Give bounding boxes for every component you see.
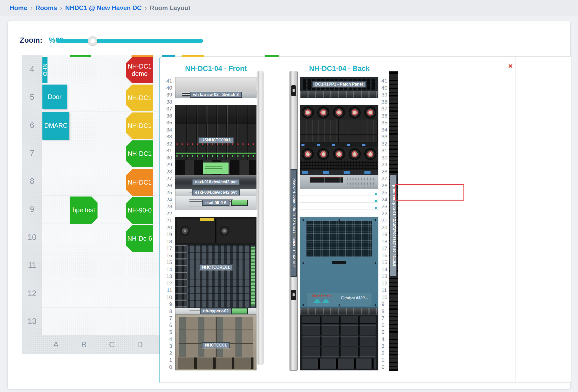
psu-module (217, 219, 255, 243)
close-icon[interactable]: × (506, 62, 515, 70)
device-esxi-004-device42-pvt[interactable]: esxi-004.device42.pvt (175, 189, 256, 196)
unit-number-9: 9 (160, 301, 172, 308)
room-edge-object-3 (182, 55, 204, 57)
unit-number-8: 8 (381, 308, 390, 315)
pdu-socket (291, 290, 296, 300)
psu-module (177, 219, 215, 243)
rack-scrollbar[interactable] (258, 71, 264, 365)
device-catalyst-6500[interactable]: Cisco SystemsCatalyst 6500... (300, 217, 378, 308)
breadcrumb-rooms[interactable]: Rooms (36, 4, 57, 12)
column-label-b: B (70, 335, 98, 354)
unit-number-14: 14 (381, 266, 390, 273)
unit-number-36: 36 (160, 112, 172, 119)
row-label-12: 12 (22, 279, 42, 307)
room-object-nh-dc1-row6[interactable]: NH-DC1 (126, 112, 153, 139)
device-wh-lab-sw-02-switch-3[interactable]: wh-lab-sw-02 - Switch 3 (175, 91, 256, 98)
unit-number-22: 22 (160, 210, 172, 217)
device-blank[interactable] (175, 77, 256, 91)
pdu-prod-vert-pdu-01[interactable]: prod-vert-pdu-01 / ZA0737007687 / 10.42.… (389, 71, 398, 371)
unit-number-25: 25 (160, 189, 172, 196)
device-esxi-016-device42-pvt[interactable]: esxi-016.device42.pvt (175, 175, 256, 189)
unit-number-34: 34 (160, 126, 172, 133)
room-object-door[interactable]: Door (42, 85, 67, 109)
row-label-8: 8 (22, 167, 42, 195)
fan-icon (300, 161, 378, 170)
device-label: esxi-004.device42.pvt (192, 189, 240, 195)
warning-sticker (200, 218, 214, 221)
breadcrumb-separator: › (60, 4, 62, 12)
fan-icon (300, 120, 378, 142)
device-psu[interactable] (175, 217, 256, 245)
unit-number-38: 38 (160, 98, 172, 105)
device-bdark[interactable] (300, 189, 378, 210)
unit-number-3: 3 (381, 342, 390, 350)
pdu-dev-vert-220v-pdu-01[interactable]: dev-vert-220v-pdu-01 / ZA1047003969 / 10… (290, 71, 298, 371)
device-bsrv[interactable] (300, 308, 378, 315)
device-bgray[interactable] (300, 175, 378, 189)
row-label-4: 4 (22, 55, 42, 83)
device-bsrv[interactable] (300, 91, 378, 98)
lcd-display (231, 308, 248, 314)
unit-number-29: 29 (160, 161, 172, 168)
device-label: wh-lab-sw-02 - Switch 3 (190, 92, 242, 98)
bc-redleds (176, 143, 255, 145)
drive-bays (310, 177, 343, 183)
room-object-nh-dc1-row7[interactable]: NH-DC1 (126, 140, 153, 167)
unit-number-5: 5 (160, 329, 172, 336)
unit-number-37: 37 (160, 105, 172, 112)
device-bchassis[interactable] (300, 105, 378, 175)
room-object-nh-dc-6[interactable]: NH-Dc-6 (126, 225, 153, 252)
room-object-nh-90-0[interactable]: NH-90-0 (126, 197, 153, 224)
unit-number-13: 13 (381, 273, 390, 280)
unit-number-28: 28 (160, 168, 172, 175)
fan-icon (300, 170, 378, 175)
unit-number-22: 22 (381, 210, 390, 217)
unit-number-35: 35 (381, 119, 390, 126)
zoom-slider-handle[interactable] (88, 36, 97, 45)
device-usnhctc0001[interactable]: USNHCTC0001 (175, 105, 256, 175)
unit-number-15: 15 (381, 259, 390, 266)
breadcrumb-nhdc1-new-haven-dc[interactable]: NHDC1 @ New Haven DC (65, 4, 142, 12)
unit-number-17: 17 (160, 245, 172, 252)
device-label: nh-hyperv-02 (200, 308, 232, 314)
unit-number-10: 10 (381, 294, 390, 301)
unit-number-11: 11 (160, 287, 172, 294)
unit-number-38: 38 (381, 98, 390, 105)
unit-number-31: 31 (381, 147, 390, 154)
unit-number-3: 3 (160, 342, 172, 350)
unit-number-21: 21 (381, 217, 390, 224)
unit-number-23: 23 (381, 203, 390, 210)
unit-number-7: 7 (381, 315, 390, 322)
room-object-nh-dc1-row5[interactable]: NH-DC1 (126, 85, 153, 111)
unit-number-16: 16 (381, 252, 390, 259)
room-object-nhd[interactable]: NHD (42, 57, 47, 83)
device-nh-hyperv-02[interactable]: nh-hyperv-02 (175, 308, 256, 315)
unit-number-35: 35 (160, 119, 172, 126)
room-object-hpe-test[interactable]: hpe test (70, 197, 98, 224)
unit-number-0: 0 (160, 364, 172, 371)
device-dc1r1pp1-patch-panel[interactable]: DC1R1PP1 - Patch Panel (300, 77, 378, 91)
room-object-dmarc[interactable]: DMARC (42, 112, 69, 140)
led-strip (375, 190, 377, 209)
device-nhctcore01[interactable]: NHCTCORE01 (175, 245, 256, 308)
row-label-13: 13 (22, 307, 42, 335)
unit-number-39: 39 (160, 91, 172, 98)
device-nhctcc01[interactable]: NHCTCC01 (175, 315, 256, 370)
vent-grille (306, 221, 372, 257)
logo-triangle (314, 299, 321, 303)
bc-top (175, 105, 256, 124)
unit-number-14: 14 (160, 266, 172, 273)
device-bblade[interactable] (300, 315, 378, 370)
unit-number-6: 6 (160, 322, 172, 329)
breadcrumb-home[interactable]: Home (10, 4, 27, 12)
unit-number-6: 6 (381, 322, 390, 329)
bc-greenline (176, 153, 256, 154)
zoom-slider-track[interactable] (56, 39, 203, 43)
room-object-nh-dc1-row8[interactable]: NH-DC1 (126, 169, 153, 196)
room-edge-object-2 (162, 55, 175, 57)
row-label-9: 9 (22, 195, 42, 223)
device-label: NHCTCORE01 (199, 264, 233, 270)
room-object-nh-dc1-demo[interactable]: NH-DC1 demo (126, 57, 153, 83)
unit-number-18: 18 (160, 238, 172, 245)
device-esxi-90-0-6[interactable]: esxi-90-0-6 (175, 196, 256, 210)
